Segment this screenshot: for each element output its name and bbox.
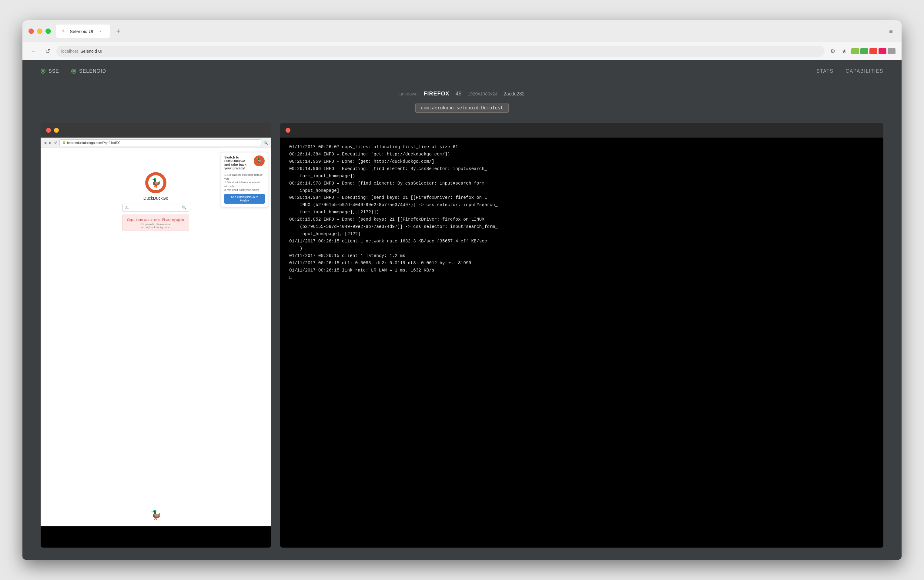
extensions-icon[interactable]: ⚙ (828, 47, 837, 56)
session-name-box: com.aerokube.selenoid.DemoTest (415, 103, 509, 113)
selenoid-status-dot (71, 69, 76, 74)
color-squares (851, 48, 896, 54)
log-cursor-line: □ (289, 274, 874, 282)
log-line-7: 00:26:15.052 INFO – Done: [send keys: 21… (289, 216, 874, 238)
ddg-logo-inner: 🦆 (148, 175, 163, 190)
ddg-popup: 🦆 Switch to DuckDuckGo and take back you… (221, 152, 268, 207)
lock-icon: 🔒 (62, 141, 66, 144)
popup-logo: 🦆 (254, 155, 265, 166)
browser-page: 🦆 Switch to DuckDuckGo and take back you… (41, 148, 271, 526)
session-id: 2acdc282 (503, 91, 525, 97)
nav-selenoid[interactable]: SELENOID (71, 69, 106, 74)
log-content: 01/11/2017 00:26:07 copy_tiles: allocati… (280, 138, 883, 547)
color-square-2 (860, 48, 868, 54)
minimize-button[interactable] (37, 28, 43, 34)
titlebar: ⚛ Selenoid UI × + ≡ (22, 20, 902, 42)
selenoid-label: SELENOID (79, 69, 106, 74)
log-line-11: 01/11/2017 00:26:15 link_rate: LR_LAN – … (289, 267, 874, 274)
session-name-row: com.aerokube.selenoid.DemoTest (22, 103, 902, 120)
log-line-2: 00:26:14.384 INFO – Executing: [get: htt… (289, 151, 874, 158)
browser-window: ⚛ Selenoid UI × + ≡ ← ↺ localhost Seleno… (22, 20, 902, 560)
bookmark-icon[interactable]: ★ (840, 47, 849, 56)
addressbar: ← ↺ localhost Selenoid UI ⚙ ★ (22, 42, 902, 60)
log-line-4: 00:26:14.966 INFO – Executing: [find ele… (289, 165, 874, 180)
address-box[interactable]: localhost Selenoid UI (56, 46, 825, 57)
tab-favicon: ⚛ (60, 28, 67, 35)
log-line-10: 01/11/2017 00:26:15 dt1: 0.0083, dt2: 0.… (289, 260, 874, 267)
ddg-search-text: 21 (125, 206, 182, 209)
back-icon: ← (31, 48, 37, 54)
sse-label: SSE (48, 69, 59, 74)
sse-status-dot (41, 69, 46, 74)
stats-link[interactable]: STATS (817, 69, 834, 74)
inner-back-btn[interactable]: ◀ (44, 141, 46, 145)
popup-header: 🦆 Switch to DuckDuckGo and take back you… (224, 155, 265, 171)
new-tab-button[interactable]: + (113, 26, 124, 37)
reload-icon: ↺ (45, 48, 50, 55)
reload-button[interactable]: ↺ (43, 46, 53, 56)
session-status: unknown (399, 91, 418, 96)
browser-inner-bar: ◀ ▶ ↺ 🔒 https://duckduckgo.com/?q=21cdf0… (41, 138, 271, 148)
log-line-6: 00:26:14.984 INFO – Executing: [send key… (289, 194, 874, 216)
address-host: localhost (61, 49, 78, 54)
log-line-1: 01/11/2017 00:26:07 copy_tiles: allocati… (289, 143, 874, 151)
inner-url-bar: 🔒 https://duckduckgo.com/?q=21cdf00 (59, 139, 261, 146)
toolbar-icons: ⚙ ★ (828, 47, 896, 56)
app-nav: SSE SELENOID STATS CAPABILITIES (22, 60, 902, 82)
ddg-error-line1: Oops, there was an error. Please try aga… (127, 218, 185, 221)
popup-duck-icon: 🦆 (256, 158, 262, 164)
log-panel: 01/11/2017 00:26:07 copy_tiles: allocati… (280, 123, 883, 547)
nav-right: STATS CAPABILITIES (817, 69, 883, 74)
ddg-content: 🦆 DuckDuckGo 21 🔍 Oops, there was an err… (122, 172, 189, 231)
browser-panel-titlebar (41, 123, 271, 138)
inner-reload-btn[interactable]: ↺ (54, 141, 57, 145)
inner-forward-btn[interactable]: ▶ (49, 141, 51, 145)
browser-preview-content: ◀ ▶ ↺ 🔒 https://duckduckgo.com/?q=21cdf0… (41, 138, 271, 547)
close-button[interactable] (28, 28, 34, 34)
log-line-3: 00:26:14.959 INFO – Done: [get: http://d… (289, 158, 874, 165)
color-square-4 (878, 48, 886, 54)
session-version: 46 (455, 91, 462, 97)
menu-button[interactable]: ≡ (886, 27, 896, 36)
duck-icon: 🦆 (151, 178, 161, 188)
capabilities-link[interactable]: CAPABILITIES (846, 69, 883, 74)
bottom-duck-icon: 🦆 (150, 510, 162, 520)
window-controls (28, 28, 51, 34)
log-titlebar (280, 123, 883, 138)
color-square-3 (870, 48, 877, 54)
nav-left: SSE SELENOID (41, 69, 817, 74)
ddg-logo: 🦆 (145, 172, 167, 193)
session-test-name: com.aerokube.selenoid.DemoTest (421, 105, 503, 110)
ddg-error-line2: If it persists, please email error@duckd… (126, 223, 186, 229)
inner-search-btn[interactable]: 🔍 (264, 141, 268, 145)
back-button[interactable]: ← (28, 46, 39, 56)
address-path: Selenoid UI (80, 49, 102, 54)
browser-panel-close-dot (46, 128, 51, 133)
color-square-5 (888, 48, 896, 54)
app-content: SSE SELENOID STATS CAPABILITIES unknown … (22, 60, 902, 560)
inner-url-text: https://duckduckgo.com/?q=21cdf00 (67, 141, 120, 145)
panels: ◀ ▶ ↺ 🔒 https://duckduckgo.com/?q=21cdf0… (22, 120, 902, 560)
log-line-8: 01/11/2017 00:26:15 client 1 network rat… (289, 238, 874, 252)
session-browser: FIREFOX (424, 91, 450, 97)
tab-close-button[interactable]: × (97, 28, 103, 34)
popup-add-button[interactable]: Add DuckDuckGo to Firefox (224, 194, 265, 204)
log-line-9: 01/11/2017 00:26:15 client 1 latency: 1.… (289, 252, 874, 260)
browser-panel: ◀ ▶ ↺ 🔒 https://duckduckgo.com/?q=21cdf0… (41, 123, 271, 547)
session-resolution: 1920x1080x24 (468, 91, 497, 96)
popup-items: 1. No trackers collecting data on you 2.… (224, 173, 265, 192)
ddg-search-icon: 🔍 (182, 206, 186, 210)
log-red-dot (285, 128, 290, 133)
maximize-button[interactable] (46, 28, 51, 34)
session-info: unknown FIREFOX 46 1920x1080x24 2acdc282 (22, 82, 902, 103)
active-tab[interactable]: ⚛ Selenoid UI × (56, 25, 111, 38)
ddg-error-box: Oops, there was an error. Please try aga… (122, 214, 189, 231)
nav-sse[interactable]: SSE (41, 69, 59, 74)
color-square-1 (851, 48, 859, 54)
tab-area: ⚛ Selenoid UI × + (56, 25, 886, 38)
log-line-5: 00:26:14.978 INFO – Done: [find element:… (289, 180, 874, 194)
tab-title: Selenoid UI (70, 29, 93, 34)
browser-black-bar (41, 526, 271, 547)
ddg-brand-name: DuckDuckGo (144, 196, 168, 201)
ddg-search-bar[interactable]: 21 🔍 (122, 204, 189, 211)
